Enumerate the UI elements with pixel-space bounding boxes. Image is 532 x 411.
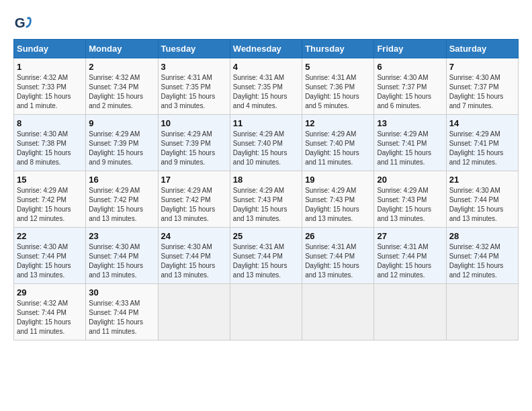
calendar-cell: 15Sunrise: 4:29 AMSunset: 7:42 PMDayligh… bbox=[14, 171, 86, 228]
day-number: 14 bbox=[449, 118, 515, 128]
calendar-cell: 25Sunrise: 4:31 AMSunset: 7:44 PMDayligh… bbox=[230, 228, 302, 284]
calendar-cell: 24Sunrise: 4:30 AMSunset: 7:44 PMDayligh… bbox=[158, 228, 230, 284]
header-day-thursday: Thursday bbox=[302, 40, 374, 58]
day-number: 29 bbox=[17, 287, 83, 298]
day-info: Sunrise: 4:29 AMSunset: 7:39 PMDaylight:… bbox=[89, 130, 154, 167]
calendar-cell: 10Sunrise: 4:29 AMSunset: 7:39 PMDayligh… bbox=[158, 115, 230, 171]
day-info: Sunrise: 4:30 AMSunset: 7:44 PMDaylight:… bbox=[89, 242, 154, 280]
day-number: 20 bbox=[377, 175, 443, 185]
header-day-friday: Friday bbox=[374, 40, 446, 58]
calendar-cell bbox=[302, 284, 374, 340]
calendar-cell bbox=[158, 284, 230, 340]
day-number: 4 bbox=[233, 62, 299, 72]
day-number: 18 bbox=[233, 175, 299, 185]
week-row-4: 22Sunrise: 4:30 AMSunset: 7:44 PMDayligh… bbox=[14, 228, 519, 284]
calendar-cell: 17Sunrise: 4:29 AMSunset: 7:42 PMDayligh… bbox=[158, 171, 230, 228]
calendar-cell: 23Sunrise: 4:30 AMSunset: 7:44 PMDayligh… bbox=[86, 228, 158, 284]
day-info: Sunrise: 4:31 AMSunset: 7:44 PMDaylight:… bbox=[377, 242, 443, 280]
day-info: Sunrise: 4:32 AMSunset: 7:33 PMDaylight:… bbox=[17, 73, 83, 111]
day-info: Sunrise: 4:29 AMSunset: 7:39 PMDaylight:… bbox=[161, 130, 227, 167]
day-number: 28 bbox=[449, 231, 515, 241]
calendar-cell: 22Sunrise: 4:30 AMSunset: 7:44 PMDayligh… bbox=[14, 228, 86, 284]
day-number: 15 bbox=[17, 175, 83, 185]
day-info: Sunrise: 4:30 AMSunset: 7:38 PMDaylight:… bbox=[17, 130, 83, 167]
day-number: 24 bbox=[161, 231, 227, 241]
day-number: 12 bbox=[305, 118, 371, 128]
day-info: Sunrise: 4:32 AMSunset: 7:44 PMDaylight:… bbox=[17, 299, 83, 336]
calendar-cell: 29Sunrise: 4:32 AMSunset: 7:44 PMDayligh… bbox=[14, 284, 86, 340]
header-row: SundayMondayTuesdayWednesdayThursdayFrid… bbox=[14, 40, 519, 58]
day-number: 5 bbox=[305, 62, 371, 72]
day-info: Sunrise: 4:30 AMSunset: 7:44 PMDaylight:… bbox=[449, 186, 515, 224]
day-info: Sunrise: 4:30 AMSunset: 7:44 PMDaylight:… bbox=[17, 242, 83, 280]
header-day-sunday: Sunday bbox=[14, 40, 86, 58]
calendar-cell: 4Sunrise: 4:31 AMSunset: 7:35 PMDaylight… bbox=[230, 58, 302, 115]
day-number: 10 bbox=[161, 118, 227, 128]
day-info: Sunrise: 4:29 AMSunset: 7:43 PMDaylight:… bbox=[377, 186, 443, 224]
calendar-cell: 12Sunrise: 4:29 AMSunset: 7:40 PMDayligh… bbox=[302, 115, 374, 171]
day-number: 26 bbox=[305, 231, 371, 241]
day-info: Sunrise: 4:33 AMSunset: 7:44 PMDaylight:… bbox=[89, 299, 154, 336]
week-row-3: 15Sunrise: 4:29 AMSunset: 7:42 PMDayligh… bbox=[14, 171, 519, 228]
day-info: Sunrise: 4:31 AMSunset: 7:44 PMDaylight:… bbox=[305, 242, 371, 280]
week-row-2: 8Sunrise: 4:30 AMSunset: 7:38 PMDaylight… bbox=[14, 115, 519, 171]
day-info: Sunrise: 4:31 AMSunset: 7:36 PMDaylight:… bbox=[305, 73, 371, 111]
calendar-cell: 6Sunrise: 4:30 AMSunset: 7:37 PMDaylight… bbox=[374, 58, 446, 115]
day-number: 9 bbox=[89, 118, 154, 128]
calendar-cell: 18Sunrise: 4:29 AMSunset: 7:43 PMDayligh… bbox=[230, 171, 302, 228]
calendar-cell: 2Sunrise: 4:32 AMSunset: 7:34 PMDaylight… bbox=[86, 58, 158, 115]
day-info: Sunrise: 4:29 AMSunset: 7:41 PMDaylight:… bbox=[377, 130, 443, 167]
day-info: Sunrise: 4:31 AMSunset: 7:35 PMDaylight:… bbox=[233, 73, 299, 111]
day-number: 11 bbox=[233, 118, 299, 128]
day-number: 6 bbox=[377, 62, 443, 72]
header-day-tuesday: Tuesday bbox=[158, 40, 230, 58]
calendar-cell: 5Sunrise: 4:31 AMSunset: 7:36 PMDaylight… bbox=[302, 58, 374, 115]
svg-text:G: G bbox=[15, 15, 26, 30]
day-number: 25 bbox=[233, 231, 299, 241]
day-number: 21 bbox=[449, 175, 515, 185]
header-day-wednesday: Wednesday bbox=[230, 40, 302, 58]
day-number: 19 bbox=[305, 175, 371, 185]
day-number: 30 bbox=[89, 287, 154, 298]
day-info: Sunrise: 4:30 AMSunset: 7:37 PMDaylight:… bbox=[449, 73, 515, 111]
calendar-cell: 19Sunrise: 4:29 AMSunset: 7:43 PMDayligh… bbox=[302, 171, 374, 228]
calendar-cell bbox=[374, 284, 446, 340]
header-day-monday: Monday bbox=[86, 40, 158, 58]
calendar-cell: 14Sunrise: 4:29 AMSunset: 7:41 PMDayligh… bbox=[446, 115, 518, 171]
day-info: Sunrise: 4:31 AMSunset: 7:44 PMDaylight:… bbox=[233, 242, 299, 280]
calendar-cell: 16Sunrise: 4:29 AMSunset: 7:42 PMDayligh… bbox=[86, 171, 158, 228]
header-day-saturday: Saturday bbox=[446, 40, 518, 58]
week-row-5: 29Sunrise: 4:32 AMSunset: 7:44 PMDayligh… bbox=[14, 284, 519, 340]
calendar-cell: 28Sunrise: 4:32 AMSunset: 7:44 PMDayligh… bbox=[446, 228, 518, 284]
day-number: 17 bbox=[161, 175, 227, 185]
logo: G bbox=[13, 13, 35, 32]
calendar-cell: 20Sunrise: 4:29 AMSunset: 7:43 PMDayligh… bbox=[374, 171, 446, 228]
day-info: Sunrise: 4:29 AMSunset: 7:42 PMDaylight:… bbox=[161, 186, 227, 224]
calendar-cell: 9Sunrise: 4:29 AMSunset: 7:39 PMDaylight… bbox=[86, 115, 158, 171]
logo-icon: G bbox=[13, 13, 32, 32]
day-info: Sunrise: 4:29 AMSunset: 7:43 PMDaylight:… bbox=[233, 186, 299, 224]
week-row-1: 1Sunrise: 4:32 AMSunset: 7:33 PMDaylight… bbox=[14, 58, 519, 115]
calendar-cell: 27Sunrise: 4:31 AMSunset: 7:44 PMDayligh… bbox=[374, 228, 446, 284]
day-number: 13 bbox=[377, 118, 443, 128]
day-info: Sunrise: 4:29 AMSunset: 7:40 PMDaylight:… bbox=[305, 130, 371, 167]
day-info: Sunrise: 4:29 AMSunset: 7:43 PMDaylight:… bbox=[305, 186, 371, 224]
calendar-cell: 13Sunrise: 4:29 AMSunset: 7:41 PMDayligh… bbox=[374, 115, 446, 171]
calendar-cell: 30Sunrise: 4:33 AMSunset: 7:44 PMDayligh… bbox=[86, 284, 158, 340]
day-info: Sunrise: 4:29 AMSunset: 7:41 PMDaylight:… bbox=[449, 130, 515, 167]
calendar-cell: 3Sunrise: 4:31 AMSunset: 7:35 PMDaylight… bbox=[158, 58, 230, 115]
day-number: 16 bbox=[89, 175, 154, 185]
day-number: 7 bbox=[449, 62, 515, 72]
day-number: 27 bbox=[377, 231, 443, 241]
calendar-cell: 1Sunrise: 4:32 AMSunset: 7:33 PMDaylight… bbox=[14, 58, 86, 115]
day-info: Sunrise: 4:32 AMSunset: 7:34 PMDaylight:… bbox=[89, 73, 154, 111]
day-info: Sunrise: 4:29 AMSunset: 7:42 PMDaylight:… bbox=[17, 186, 83, 224]
day-info: Sunrise: 4:30 AMSunset: 7:44 PMDaylight:… bbox=[161, 242, 227, 280]
day-info: Sunrise: 4:30 AMSunset: 7:37 PMDaylight:… bbox=[377, 73, 443, 111]
header: G bbox=[13, 13, 519, 32]
day-info: Sunrise: 4:32 AMSunset: 7:44 PMDaylight:… bbox=[449, 242, 515, 280]
calendar-table: SundayMondayTuesdayWednesdayThursdayFrid… bbox=[13, 39, 519, 340]
day-number: 22 bbox=[17, 231, 83, 241]
day-number: 1 bbox=[17, 62, 83, 72]
day-info: Sunrise: 4:29 AMSunset: 7:42 PMDaylight:… bbox=[89, 186, 154, 224]
